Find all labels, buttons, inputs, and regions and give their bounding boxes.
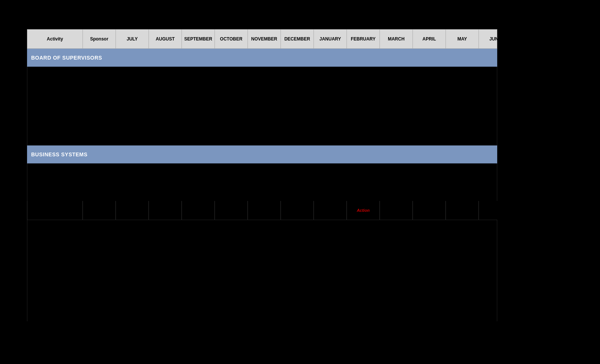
header-october-label: OCTOBER (220, 36, 243, 42)
row-cell-august (149, 201, 182, 220)
section-board-of-supervisors: BOARD OF SUPERVISORS (27, 49, 497, 67)
board-of-supervisors-rows (27, 67, 497, 145)
header-activity: Activity (27, 30, 83, 48)
header-august: AUGUST (149, 30, 182, 48)
header-august-label: AUGUST (156, 36, 175, 42)
row-cell-april (413, 201, 446, 220)
header-november-label: NOVEMBER (251, 36, 277, 42)
business-systems-rows-top (27, 163, 497, 201)
header-sponsor-label: Sponsor (90, 36, 108, 42)
row-cell-september (182, 201, 215, 220)
row-cell-june (479, 201, 512, 220)
row-cell-july (116, 201, 149, 220)
header-january-label: JANUARY (320, 36, 341, 42)
header-may: MAY (446, 30, 479, 48)
table-row: Action (27, 201, 497, 220)
section-board-of-supervisors-title: BOARD OF SUPERVISORS (31, 55, 102, 61)
header-sponsor: Sponsor (83, 30, 116, 48)
business-systems-rows-bottom (27, 220, 497, 321)
row-cell-january (314, 201, 347, 220)
section-business-systems-title: BUSINESS SYSTEMS (31, 151, 87, 157)
row-cell-march (380, 201, 413, 220)
header-july: JULY (116, 30, 149, 48)
main-table: Activity Sponsor JULY AUGUST SEPTEMBER O… (27, 29, 497, 321)
header-july-label: JULY (127, 36, 138, 42)
row-cell-october (215, 201, 248, 220)
header-september: SEPTEMBER (182, 30, 215, 48)
header-june: JUNE (479, 30, 512, 48)
header-december: DECEMBER (281, 30, 314, 48)
header-november: NOVEMBER (248, 30, 281, 48)
section-business-systems: BUSINESS SYSTEMS (27, 145, 497, 163)
header-activity-label: Activity (47, 36, 63, 42)
header-march: MARCH (380, 30, 413, 48)
row-cell-sponsor (83, 201, 116, 220)
row-cell-activity (27, 201, 83, 220)
table-header: Activity Sponsor JULY AUGUST SEPTEMBER O… (27, 29, 497, 49)
row-cell-may (446, 201, 479, 220)
header-january: JANUARY (314, 30, 347, 48)
header-october: OCTOBER (215, 30, 248, 48)
header-june-label: JUNE (489, 36, 501, 42)
header-february: FEBRUARY (347, 30, 380, 48)
header-march-label: MARCH (388, 36, 405, 42)
row-cell-november (248, 201, 281, 220)
action-label: Action (357, 208, 369, 213)
header-may-label: MAY (458, 36, 467, 42)
row-cell-february: Action (347, 201, 380, 220)
header-february-label: FEBRUARY (351, 36, 375, 42)
header-december-label: DECEMBER (284, 36, 310, 42)
header-september-label: SEPTEMBER (184, 36, 212, 42)
header-april-label: APRIL (423, 36, 436, 42)
header-april: APRIL (413, 30, 446, 48)
row-cell-december (281, 201, 314, 220)
